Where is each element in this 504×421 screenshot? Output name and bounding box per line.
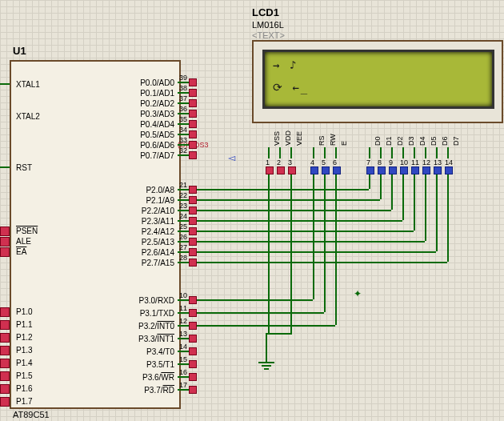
u1-pin-box-13[interactable] [189,335,197,343]
lcd-pin-box-D3[interactable] [400,166,408,174]
conn-p16[interactable] [0,384,10,394]
pin-p14: P1.4 [16,359,33,367]
lcd-pin-box-E[interactable] [333,166,341,174]
u1-pin-box-15[interactable] [189,360,197,368]
u1-pin-box-35[interactable] [189,120,197,128]
lcd-line2: ⟳ ←_ [273,81,309,94]
u1-pin-box-38[interactable] [189,89,197,97]
lcd-pin-box-VDD[interactable] [277,166,285,174]
net-d3-h [197,220,402,222]
u1-pin-26: P2.5/A13 [128,238,174,247]
u1-pin-box-23[interactable] [189,206,197,215]
lcd-pin-D6: D6 [441,136,449,146]
u1-pin-num-10: 10 [179,291,187,299]
lcd-stub-VSS [268,147,270,158]
u1-pin-box-33[interactable] [189,141,197,149]
lcd-pin-D7: D7 [452,136,460,146]
u1-pin-box-25[interactable] [189,227,197,235]
stub-11 [178,312,189,314]
conn-psen[interactable] [0,227,10,236]
conn-ale[interactable] [0,237,10,247]
u1-pin-num-13: 13 [179,330,187,338]
stub-17 [178,389,189,391]
u1-pin-box-11[interactable] [189,309,197,317]
u1-pin-box-21[interactable] [189,186,197,194]
u1-pin-box-28[interactable] [189,259,197,267]
conn-p13[interactable] [0,346,10,355]
lcd-pin-box-D1[interactable] [378,166,386,174]
stub-xtal1 [0,83,10,85]
net-d4-h [197,231,414,232]
u1-pin-box-37[interactable] [189,99,197,107]
u1-pin-box-22[interactable] [189,196,197,204]
pin-p11: P1.1 [16,320,33,329]
u1-pin-num-33: 33 [179,136,187,144]
pin-p15: P1.5 [16,371,33,380]
u1-pin-box-16[interactable] [189,373,197,381]
pin-p10: P1.0 [16,307,33,316]
u1-pin-box-34[interactable] [189,130,197,138]
lcd-pin-num-3: 3 [288,158,292,166]
lcd-pin-num-12: 12 [422,158,430,166]
lcd-pin-box-D5[interactable] [422,166,430,174]
conn-p10[interactable] [0,307,10,317]
pin-p12: P1.2 [16,333,33,342]
u1-pin-box-10[interactable] [189,296,197,304]
u1-pin-box-36[interactable] [189,110,197,118]
lcd-textph: <TEXT> [252,30,285,40]
net-d1-v [380,174,382,199]
stub-14 [178,351,189,352]
u1-pin-box-32[interactable] [189,151,197,159]
lcd-pin-num-5: 5 [322,158,326,166]
u1-pin-num-26: 26 [179,233,187,241]
stub-39 [178,82,189,83]
u1-pin-num-17: 17 [179,381,187,389]
lcd-pin-num-4: 4 [310,158,314,166]
lcd-pin-num-2: 2 [277,158,281,166]
lcd-stub-E [335,147,337,158]
lcd-pin-box-D4[interactable] [411,166,419,174]
lcd-pin-D1: D1 [385,136,393,146]
u1-pin-box-17[interactable] [189,386,197,394]
u1-pin-box-39[interactable] [189,78,197,86]
u1-pin-num-12: 12 [179,317,187,325]
conn-p14[interactable] [0,359,10,368]
lcd-stub-D3 [402,147,404,158]
lcd-pin-box-VSS[interactable] [266,166,274,174]
u1-pin-box-24[interactable] [189,217,197,225]
lcd-pin-box-D7[interactable] [445,166,453,174]
lcd-pin-VSS: VSS [273,131,281,146]
lcd-line1: → ♪ [273,58,298,71]
conn-p17[interactable] [0,397,10,407]
lcd-stub-VDD [279,147,281,158]
lcd-pin-box-RW[interactable] [322,166,330,174]
lcd-pin-box-VEE[interactable] [288,166,296,174]
u1-pin-box-14[interactable] [189,347,197,355]
u1-part: AT89C51 [13,410,50,419]
u1-pin-num-37: 37 [179,94,187,102]
u1-pin-37: P0.2/AD2 [128,99,174,108]
lcd-pin-box-D2[interactable] [389,166,397,174]
net-d6-h [197,251,436,253]
u1-pin-box-27[interactable] [189,248,197,256]
conn-p15[interactable] [0,371,10,381]
conn-ea[interactable] [0,247,10,257]
u1-pin-num-23: 23 [179,202,187,210]
u1-pin-num-24: 24 [179,212,187,220]
stub-rst [0,166,10,168]
lcd-pin-num-9: 9 [389,158,393,166]
u1-pin-box-26[interactable] [189,238,197,246]
lcd-pin-box-D6[interactable] [434,166,442,174]
lcd-stub-D2 [391,147,393,158]
stub-38 [178,92,189,94]
conn-p11[interactable] [0,320,10,330]
stub-12 [178,325,189,327]
conn-p12[interactable] [0,333,10,343]
stub-28 [178,262,189,263]
u1-pin-16: P3.6/WR [128,373,174,382]
lcd-stub-RS [313,147,314,158]
lcd-pin-box-RS[interactable] [310,166,318,174]
u1-pin-box-12[interactable] [189,322,197,330]
net-d5-v [425,174,426,241]
lcd-pin-box-D0[interactable] [366,166,374,174]
